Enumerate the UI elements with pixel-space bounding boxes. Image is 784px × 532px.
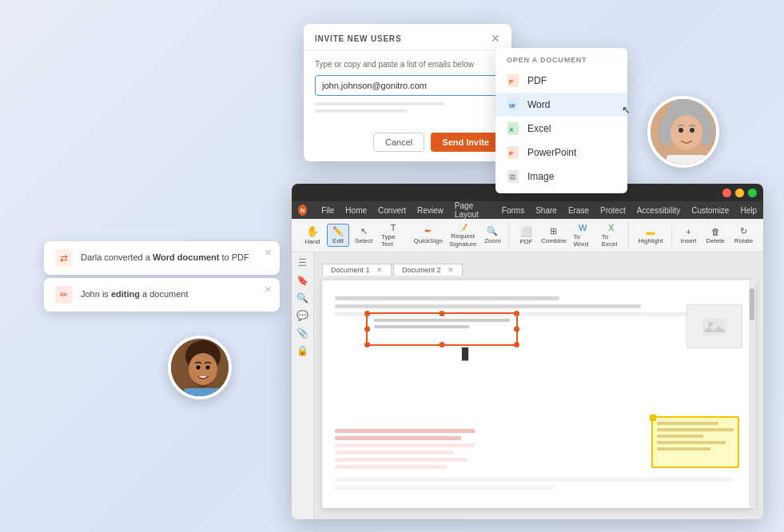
dropdown-item-image[interactable]: 🖼 Image bbox=[495, 165, 627, 189]
svg-point-18 bbox=[679, 128, 683, 133]
menu-erase[interactable]: Erase bbox=[568, 206, 589, 215]
toolbar-buttons: ✋ Hand ✏️ Edit ↖ Select T Type Text ✒ bbox=[296, 221, 758, 249]
invite-email-input[interactable] bbox=[315, 75, 500, 96]
pdf-create-button[interactable]: ⬜ PDF bbox=[515, 224, 537, 247]
menu-review[interactable]: Review bbox=[417, 206, 444, 215]
send-invite-button[interactable]: Send Invite bbox=[431, 133, 500, 152]
extract-button[interactable]: ⬆ Extract bbox=[759, 225, 763, 245]
quicksign-button[interactable]: ✒ QuickSign bbox=[412, 224, 444, 246]
insert-button[interactable]: + Insert bbox=[678, 225, 700, 246]
sidebar-attachments-icon[interactable]: 📎 bbox=[296, 328, 308, 339]
svg-text:X: X bbox=[509, 126, 514, 133]
menu-help[interactable]: Help bbox=[740, 206, 757, 215]
handle-ml[interactable] bbox=[364, 327, 370, 332]
dropdown-item-word[interactable]: W Word bbox=[495, 93, 627, 117]
handle-br[interactable] bbox=[514, 342, 519, 347]
menu-file[interactable]: File bbox=[321, 206, 334, 215]
highlight-button[interactable]: ▬ Highlight bbox=[635, 225, 666, 246]
review-group: ▬ Highlight bbox=[630, 225, 671, 246]
comment-box[interactable] bbox=[651, 416, 739, 468]
avatar-man bbox=[168, 335, 232, 399]
handle-tl[interactable] bbox=[364, 311, 370, 316]
avatar-woman bbox=[647, 96, 719, 168]
to-word-button[interactable]: W To Word bbox=[571, 221, 595, 249]
tab-close-2[interactable]: ✕ bbox=[448, 266, 454, 274]
invite-body: Type or copy and paste a list of emails … bbox=[304, 50, 511, 126]
invite-actions: Cancel Send Invite bbox=[304, 126, 511, 161]
request-sig-button[interactable]: 📝 Request Signature bbox=[448, 222, 479, 249]
delete-button[interactable]: 🗑 Delete bbox=[703, 225, 728, 246]
sidebar-bookmarks-icon[interactable]: 🔖 bbox=[296, 275, 308, 286]
tab-close-1[interactable]: ✕ bbox=[376, 266, 383, 274]
create-group: ⬜ PDF ⊞ Combine W To Word X To Excel bbox=[510, 221, 629, 249]
zoom-button[interactable]: 🔍 Zoom bbox=[481, 224, 503, 246]
notification-john-text: John is editing a document bbox=[81, 288, 189, 300]
minimize-btn[interactable] bbox=[735, 189, 744, 197]
handle-bm[interactable] bbox=[440, 342, 445, 347]
avatar-woman-image bbox=[651, 99, 719, 168]
editor-window: N File Home Convert Review Page Layout F… bbox=[292, 184, 763, 519]
handle-tm[interactable] bbox=[440, 311, 445, 316]
svg-text:P: P bbox=[509, 78, 514, 85]
notification-john-close[interactable]: ✕ bbox=[265, 284, 272, 295]
menu-share[interactable]: Share bbox=[535, 206, 557, 215]
sidebar-pages-icon[interactable]: ☰ bbox=[298, 257, 307, 268]
invite-label: Type or copy and paste a list of emails … bbox=[315, 60, 500, 69]
notification-darla-text: Darla converted a Word document to PDF bbox=[81, 252, 249, 264]
invite-dialog: INVITE NEW USERS ✕ Type or copy and past… bbox=[304, 24, 511, 161]
cancel-button[interactable]: Cancel bbox=[373, 133, 424, 152]
doc-tab-1[interactable]: Document 1 ✕ bbox=[322, 264, 392, 276]
menu-home[interactable]: Home bbox=[345, 206, 367, 215]
invite-close-button[interactable]: ✕ bbox=[491, 32, 500, 45]
document-tabs: Document 1 ✕ Document 2 ✕ bbox=[322, 264, 463, 276]
edit-tool-button[interactable]: ✏️ Edit bbox=[327, 224, 349, 247]
to-excel-button[interactable]: X To Excel bbox=[599, 221, 624, 249]
dropdown-item-excel[interactable]: X Excel bbox=[495, 117, 627, 141]
close-btn[interactable] bbox=[722, 189, 731, 197]
comment-pin-icon bbox=[650, 415, 656, 421]
menu-protect[interactable]: Protect bbox=[600, 206, 626, 215]
menu-accessibility[interactable]: Accessibility bbox=[637, 206, 680, 215]
hand-tool-button[interactable]: ✋ Hand bbox=[301, 224, 324, 247]
nitro-logo-icon: N bbox=[298, 204, 307, 216]
image-icon: 🖼 bbox=[507, 170, 519, 183]
invite-header: INVITE NEW USERS ✕ bbox=[304, 24, 511, 50]
combine-button[interactable]: ⊞ Combine bbox=[540, 224, 567, 246]
sidebar-security-icon[interactable]: 🔒 bbox=[296, 345, 308, 356]
document-page: ▊ bbox=[322, 280, 755, 508]
edit-notification-icon: ✏ bbox=[55, 286, 73, 304]
notification-darla-close[interactable]: ✕ bbox=[265, 248, 272, 258]
type-text-button[interactable]: T Type Text bbox=[378, 221, 408, 249]
dropdown-item-pdf[interactable]: P PDF bbox=[495, 69, 627, 93]
handle-mr[interactable] bbox=[514, 327, 519, 332]
text-selection-box[interactable] bbox=[366, 312, 518, 346]
select-tool-button[interactable]: ↖ Select bbox=[352, 224, 375, 246]
rotate-button[interactable]: ↻ Rotate bbox=[731, 224, 757, 246]
menu-customize[interactable]: Customize bbox=[691, 206, 729, 215]
maximize-btn[interactable] bbox=[748, 189, 757, 197]
editor-body: ☰ 🔖 🔍 💬 📎 🔒 Document 1 ✕ Document 2 ✕ bbox=[292, 252, 763, 519]
svg-point-1 bbox=[708, 322, 713, 327]
svg-text:🖼: 🖼 bbox=[509, 174, 515, 181]
convert-notification-icon: ⇄ bbox=[55, 249, 73, 267]
dropdown-item-powerpoint[interactable]: P PowerPoint bbox=[495, 141, 627, 165]
tools-group: ✋ Hand ✏️ Edit ↖ Select T Type Text ✒ bbox=[296, 221, 509, 249]
menu-convert[interactable]: Convert bbox=[378, 206, 406, 215]
menu-forms[interactable]: Forms bbox=[502, 206, 524, 215]
svg-point-16 bbox=[671, 115, 702, 150]
dropdown-item-excel-label: Excel bbox=[527, 123, 551, 134]
handle-tr[interactable] bbox=[514, 311, 519, 316]
sidebar-search-icon[interactable]: 🔍 bbox=[296, 292, 308, 304]
excel-icon: X bbox=[507, 122, 519, 135]
notification-john: ✏ John is editing a document ✕ bbox=[44, 278, 280, 312]
sidebar-annotations-icon[interactable]: 💬 bbox=[296, 310, 308, 321]
doc-tab-2[interactable]: Document 2 ✕ bbox=[393, 264, 463, 276]
handle-bl[interactable] bbox=[364, 342, 370, 347]
scrollbar-thumb[interactable] bbox=[750, 288, 754, 320]
menu-page-layout[interactable]: Page Layout bbox=[455, 201, 491, 219]
scrollbar[interactable] bbox=[749, 280, 755, 508]
dropdown-item-word-label: Word bbox=[527, 99, 550, 110]
svg-text:P: P bbox=[509, 150, 514, 157]
ppt-icon: P bbox=[507, 146, 519, 159]
canvas-area: Document 1 ✕ Document 2 ✕ bbox=[314, 252, 763, 519]
